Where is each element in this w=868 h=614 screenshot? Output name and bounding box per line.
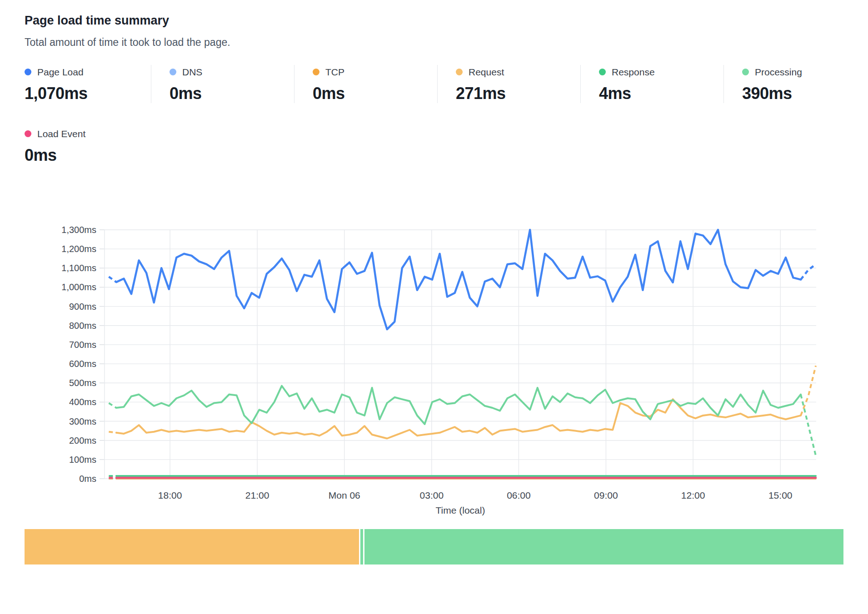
- series-processing: [116, 386, 801, 424]
- series-page-load: [801, 264, 816, 280]
- timeseries-svg[interactable]: 0ms100ms200ms300ms400ms500ms600ms700ms80…: [25, 199, 843, 517]
- stat-label: DNS: [182, 67, 202, 78]
- x-axis-tick-label: 06:00: [507, 490, 531, 500]
- stat-value: 271ms: [456, 84, 580, 103]
- y-axis-tick-label: 500ms: [69, 378, 96, 388]
- stat-load-event: Load Event 0ms: [25, 127, 843, 165]
- x-axis-tick-label: 12:00: [681, 490, 705, 500]
- stat-value: 4ms: [599, 84, 723, 103]
- series-page-load: [109, 277, 116, 282]
- x-axis-tick-label: 15:00: [768, 490, 793, 500]
- page-load-time-chart[interactable]: 0ms100ms200ms300ms400ms500ms600ms700ms80…: [25, 199, 843, 519]
- x-axis-tick-label: 09:00: [594, 490, 618, 500]
- stat-tcp: TCP 0ms: [294, 65, 437, 103]
- timeline-status-bar: [25, 529, 843, 564]
- stat-label: Response: [612, 67, 655, 78]
- stat-value: 390ms: [742, 84, 867, 103]
- stat-response: Response 4ms: [580, 65, 723, 103]
- series-request: [801, 366, 816, 416]
- y-axis-tick-label: 800ms: [69, 321, 96, 331]
- y-axis-tick-label: 1,300ms: [61, 225, 96, 235]
- transition-segment[interactable]: [360, 529, 363, 564]
- series-request: [109, 432, 116, 433]
- y-axis-tick-label: 600ms: [69, 359, 96, 369]
- response-legend-dot-icon: [599, 69, 606, 75]
- y-axis-tick-label: 100ms: [69, 455, 96, 465]
- page-load-legend-dot-icon: [25, 69, 31, 75]
- stat-value: 0ms: [313, 84, 437, 103]
- y-axis-tick-label: 700ms: [69, 340, 96, 350]
- page-title: Page load time summary: [25, 13, 843, 29]
- tcp-legend-dot-icon: [313, 69, 319, 75]
- metric-summary-row: Page Load 1,070ms DNS 0ms TCP 0ms Reques…: [25, 65, 843, 103]
- request-legend-dot-icon: [456, 69, 463, 75]
- y-axis-tick-label: 900ms: [69, 302, 96, 312]
- stat-label: Page Load: [37, 67, 84, 78]
- y-axis-tick-label: 1,000ms: [61, 282, 96, 292]
- series-processing: [801, 394, 816, 456]
- x-axis-tick-label: 18:00: [158, 490, 182, 500]
- stat-page-load: Page Load 1,070ms: [25, 65, 151, 103]
- processing-legend-dot-icon: [742, 69, 749, 75]
- stat-dns: DNS 0ms: [151, 65, 294, 103]
- x-axis-tick-label: Mon 06: [329, 490, 360, 500]
- y-axis-tick-label: 1,200ms: [61, 244, 96, 254]
- x-axis-title: Time (local): [436, 505, 485, 515]
- y-axis-tick-label: 200ms: [69, 436, 96, 446]
- stat-value: 0ms: [25, 146, 843, 165]
- stat-label: Request: [469, 67, 504, 78]
- y-axis-tick-label: 1,100ms: [61, 263, 96, 273]
- x-axis-tick-label: 03:00: [420, 490, 444, 500]
- y-axis-tick-label: 400ms: [69, 397, 96, 407]
- series-request: [116, 399, 801, 438]
- processing-segment[interactable]: [364, 529, 843, 564]
- stat-request: Request 271ms: [437, 65, 580, 103]
- stat-label: Processing: [755, 67, 802, 78]
- y-axis-tick-label: 0ms: [79, 474, 96, 484]
- series-processing: [109, 403, 116, 408]
- y-axis-tick-label: 300ms: [69, 416, 96, 426]
- stat-processing: Processing 390ms: [723, 65, 867, 103]
- dns-legend-dot-icon: [170, 69, 176, 75]
- stat-label: Load Event: [37, 129, 85, 139]
- stat-label: TCP: [325, 67, 344, 78]
- load-event-legend-dot-icon: [25, 130, 31, 137]
- stat-value: 1,070ms: [25, 84, 151, 103]
- series-page-load: [116, 230, 801, 329]
- page-subtitle: Total amount of time it took to load the…: [25, 36, 843, 50]
- x-axis-tick-label: 21:00: [245, 490, 269, 500]
- stat-value: 0ms: [170, 84, 294, 103]
- request-segment[interactable]: [25, 529, 359, 564]
